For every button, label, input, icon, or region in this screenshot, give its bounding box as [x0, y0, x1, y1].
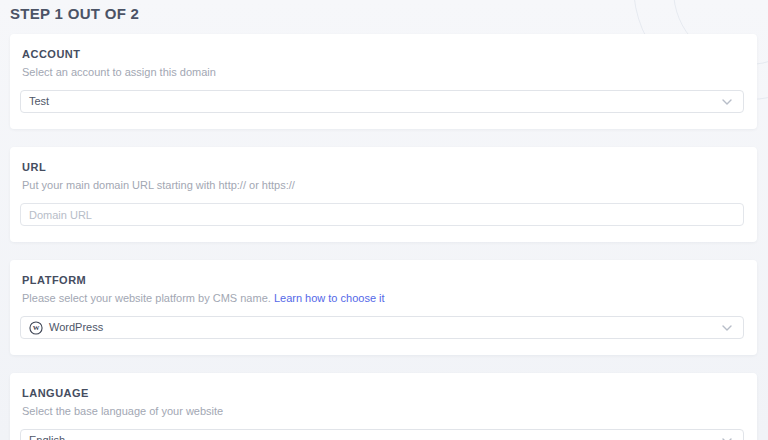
account-section: ACCOUNT Select an account to assign this… [10, 34, 757, 129]
url-section: URL Put your main domain URL starting wi… [10, 147, 757, 242]
platform-select-value: WordPress [49, 322, 103, 333]
learn-how-link[interactable]: Learn how to choose it [274, 292, 385, 304]
url-description: Put your main domain URL starting with h… [22, 179, 744, 192]
wordpress-icon: W [29, 321, 43, 335]
language-select[interactable]: English [20, 429, 744, 440]
language-select-value: English [29, 435, 65, 440]
url-label: URL [22, 160, 744, 174]
account-select-value: Test [29, 96, 49, 107]
platform-description-text: Please select your website platform by C… [22, 292, 271, 304]
account-label: ACCOUNT [22, 47, 744, 61]
chevron-down-icon [722, 99, 732, 105]
platform-select[interactable]: W WordPress [20, 316, 744, 339]
form-cards: ACCOUNT Select an account to assign this… [0, 34, 768, 440]
account-select[interactable]: Test [20, 90, 744, 113]
platform-section: PLATFORM Please select your website plat… [10, 260, 757, 355]
language-description: Select the base language of your website [22, 405, 744, 418]
language-section: LANGUAGE Select the base language of you… [10, 373, 757, 440]
platform-description: Please select your website platform by C… [22, 292, 744, 305]
page-title: STEP 1 OUT OF 2 [0, 0, 768, 22]
platform-label: PLATFORM [22, 273, 744, 287]
language-label: LANGUAGE [22, 386, 744, 400]
domain-url-input[interactable] [20, 203, 744, 226]
chevron-down-icon [722, 325, 732, 331]
svg-text:W: W [33, 324, 40, 331]
account-description: Select an account to assign this domain [22, 66, 744, 79]
